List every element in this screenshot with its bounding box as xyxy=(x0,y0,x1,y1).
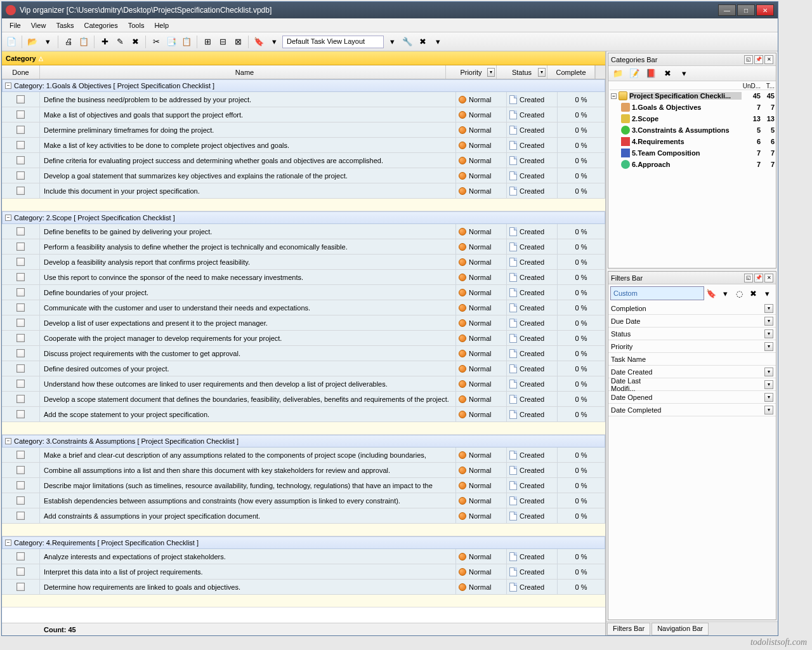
filter-erase-icon[interactable]: ◌ xyxy=(732,286,746,300)
menu-categories[interactable]: Categories xyxy=(79,20,123,30)
filter-row[interactable]: Task Name xyxy=(608,353,776,366)
filter-row[interactable]: Date Last Modifi...▾ xyxy=(608,378,776,391)
tool-copy-icon[interactable]: 📑 xyxy=(164,35,178,49)
tree-node[interactable]: 2.Scope1313 xyxy=(610,113,775,124)
group-bar[interactable]: Category △ xyxy=(2,51,605,65)
task-row[interactable]: Communicate with the customer and user t… xyxy=(2,300,605,315)
done-checkbox[interactable] xyxy=(16,319,25,327)
col-done[interactable]: Done xyxy=(2,65,40,79)
tool-print-icon[interactable]: 🖨 xyxy=(62,35,75,49)
done-checkbox[interactable] xyxy=(16,187,25,195)
task-row[interactable]: Define desired outcomes of your project.… xyxy=(2,361,605,376)
task-row[interactable]: Determine preliminary timeframes for doi… xyxy=(2,123,605,138)
done-checkbox[interactable] xyxy=(16,552,25,560)
collapse-icon[interactable]: − xyxy=(611,93,617,99)
task-row[interactable]: Interpret this data into a list of proje… xyxy=(2,564,605,580)
tool-wrench-icon[interactable]: 🔧 xyxy=(400,35,414,49)
tool-cut-icon[interactable]: ✂ xyxy=(149,35,163,49)
cat-x-icon[interactable]: ✖ xyxy=(660,67,674,81)
done-checkbox[interactable] xyxy=(16,242,25,251)
tree-root[interactable]: −Project Specification Checkli...4545 xyxy=(610,90,775,102)
menu-tools[interactable]: Tools xyxy=(123,20,150,30)
done-checkbox[interactable] xyxy=(16,466,25,474)
task-row[interactable]: Define criteria for evaluating project s… xyxy=(2,153,605,168)
col-name[interactable]: Name xyxy=(40,65,446,79)
tool-dd2-icon[interactable]: ▾ xyxy=(431,35,445,49)
tool-clear-icon[interactable]: ✖ xyxy=(416,35,429,49)
done-checkbox[interactable] xyxy=(16,364,25,373)
menu-view[interactable]: View xyxy=(26,20,51,30)
categories-tree[interactable]: UnD...T...−Project Specification Checkli… xyxy=(608,81,776,268)
task-row[interactable]: Make a list of key activities to be done… xyxy=(2,138,605,153)
done-checkbox[interactable] xyxy=(16,334,25,342)
done-checkbox[interactable] xyxy=(16,451,25,459)
tab-navigation-bar[interactable]: Navigation Bar xyxy=(652,623,709,635)
dropdown-icon[interactable]: ▾ xyxy=(764,329,773,338)
status-filter-icon[interactable]: ▾ xyxy=(538,68,546,77)
maximize-button[interactable]: □ xyxy=(737,4,755,16)
priority-filter-icon[interactable]: ▾ xyxy=(487,68,495,77)
filter-row[interactable]: Due Date▾ xyxy=(608,315,776,328)
tree-node[interactable]: 6.Approach77 xyxy=(610,159,775,170)
minimize-button[interactable]: — xyxy=(718,4,736,16)
cat-edit-icon[interactable]: 📝 xyxy=(627,67,641,81)
task-row[interactable]: Cooperate with the project manager to de… xyxy=(2,331,605,346)
task-row[interactable]: Include this document in your project sp… xyxy=(2,183,605,199)
filter-x-icon[interactable]: ✖ xyxy=(746,286,760,300)
task-row[interactable]: Perform a feasibility analysis to define… xyxy=(2,239,605,255)
done-checkbox[interactable] xyxy=(16,171,25,180)
grid-body[interactable]: −Category: 1.Goals & Objectives [ Projec… xyxy=(2,79,605,623)
expand-icon[interactable]: − xyxy=(5,83,11,89)
task-row[interactable]: Make a brief and clear-cut description o… xyxy=(2,448,605,463)
tree-node[interactable]: 5.Team Composition77 xyxy=(610,147,775,159)
panel-restore-icon[interactable]: ◱ xyxy=(744,55,753,64)
task-row[interactable]: Develop a list of user expectations and … xyxy=(2,315,605,331)
tool-filter-icon[interactable]: 🔖 xyxy=(252,35,266,49)
task-row[interactable]: Add the scope statement to your project … xyxy=(2,407,605,422)
filter-tag-icon[interactable]: 🔖 xyxy=(704,286,718,300)
cat-del-icon[interactable]: 📕 xyxy=(644,67,658,81)
expand-icon[interactable]: − xyxy=(5,215,11,221)
dropdown-icon[interactable]: ▾ xyxy=(764,393,773,402)
filter-row[interactable]: Date Completed▾ xyxy=(608,404,776,416)
done-checkbox[interactable] xyxy=(16,410,25,418)
dropdown-icon[interactable]: ▾ xyxy=(764,342,773,351)
task-row[interactable]: Describe major limitations (such as time… xyxy=(2,478,605,493)
tree-node[interactable]: 4.Requirements66 xyxy=(610,136,775,147)
panel-close-icon[interactable]: ✕ xyxy=(764,55,773,64)
col-priority[interactable]: Priority▾ xyxy=(446,65,497,79)
dropdown-icon[interactable]: ▾ xyxy=(764,406,773,415)
tab-filters-bar[interactable]: Filters Bar xyxy=(607,623,650,635)
tool-newtask-icon[interactable]: ✚ xyxy=(98,35,112,49)
tree-node[interactable]: 1.Goals & Objectives77 xyxy=(610,102,775,113)
task-row[interactable]: Use this report to convince the sponsor … xyxy=(2,270,605,285)
cat-new-icon[interactable]: 📁 xyxy=(611,67,625,81)
done-checkbox[interactable] xyxy=(16,141,25,149)
task-row[interactable]: Develop a feasibility analysis report th… xyxy=(2,255,605,270)
tool-open-icon[interactable]: 📂 xyxy=(25,35,39,49)
category-row[interactable]: −Category: 4.Requirements [ Project Spec… xyxy=(2,536,605,549)
tool-new-icon[interactable]: 📄 xyxy=(4,35,18,49)
category-row[interactable]: −Category: 1.Goals & Objectives [ Projec… xyxy=(2,79,605,92)
dropdown-icon[interactable]: ▾ xyxy=(764,368,773,376)
category-row[interactable]: −Category: 2.Scope [ Project Specificati… xyxy=(2,211,605,224)
done-checkbox[interactable] xyxy=(16,156,25,164)
done-checkbox[interactable] xyxy=(16,288,25,296)
task-row[interactable]: Combine all assumptions into a list and … xyxy=(2,463,605,478)
tool-edit-icon[interactable]: ✎ xyxy=(113,35,127,49)
task-row[interactable]: Develop a scope statement document that … xyxy=(2,392,605,407)
category-row[interactable]: −Category: 3.Constraints & Assumptions [… xyxy=(2,435,605,448)
done-checkbox[interactable] xyxy=(16,512,25,520)
task-row[interactable]: Make a list of objectives and goals that… xyxy=(2,107,605,123)
panel-restore2-icon[interactable]: ◱ xyxy=(744,274,753,282)
done-checkbox[interactable] xyxy=(16,380,25,388)
close-button[interactable]: ✕ xyxy=(756,4,774,16)
done-checkbox[interactable] xyxy=(16,95,25,103)
tool-filterdd-icon[interactable]: ▾ xyxy=(267,35,281,49)
task-row[interactable]: Define boundaries of your project.Normal… xyxy=(2,285,605,300)
dropdown-icon[interactable]: ▾ xyxy=(764,317,773,326)
panel-close2-icon[interactable]: ✕ xyxy=(764,274,773,282)
menu-tasks[interactable]: Tasks xyxy=(51,20,79,30)
cat-dd-icon[interactable]: ▾ xyxy=(677,67,691,81)
tool-cat-icon[interactable]: ⊞ xyxy=(200,35,214,49)
